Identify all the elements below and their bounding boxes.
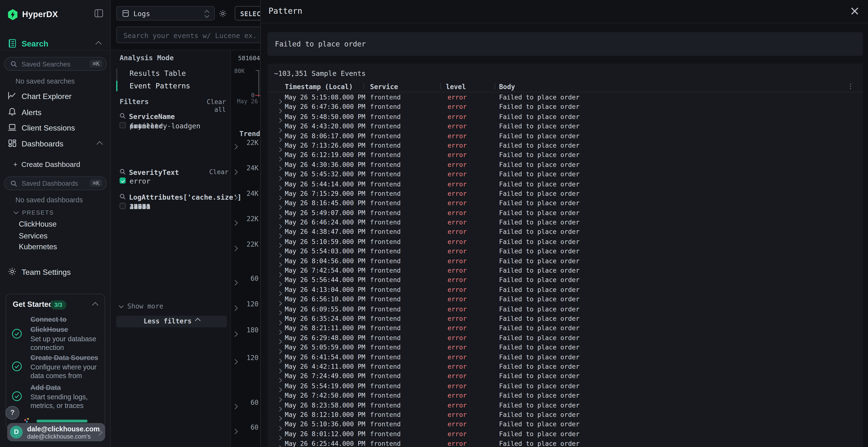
event-row[interactable]: May 26 4:13:04.000 PM frontend error Fai… xyxy=(267,285,863,294)
preset-kubernetes[interactable]: Kubernetes xyxy=(19,243,57,251)
event-row[interactable]: May 26 8:21:11.000 PM frontend error Fai… xyxy=(267,323,863,333)
sidebar-item-alerts[interactable]: Alerts xyxy=(0,107,111,120)
checkbox[interactable] xyxy=(120,177,126,183)
search-icon xyxy=(120,113,126,119)
filter-group-cache-size[interactable]: LogAttributes['cache.size'] xyxy=(120,193,225,201)
collapse-sidebar-icon[interactable] xyxy=(95,9,103,17)
less-filters-button[interactable]: Less filters xyxy=(116,316,227,327)
col-body[interactable]: Body xyxy=(499,83,515,91)
source-select[interactable]: Logs xyxy=(116,6,215,21)
event-row[interactable]: May 26 5:44:14.000 PM frontend error Fai… xyxy=(267,179,863,188)
event-row[interactable]: May 26 6:29:48.000 PM frontend error Fai… xyxy=(267,333,863,342)
help-button[interactable]: ? xyxy=(5,406,19,419)
event-row[interactable]: May 26 4:38:47.000 PM frontend error Fai… xyxy=(267,227,863,237)
sidebar-item-search[interactable]: Search xyxy=(0,38,111,51)
event-row[interactable]: May 26 5:15:08.000 PM frontend error Fai… xyxy=(267,92,863,102)
event-row[interactable]: May 26 8:16:45.000 PM frontend error Fai… xyxy=(267,198,863,208)
event-row[interactable]: May 26 6:41:54.000 PM frontend error Fai… xyxy=(267,352,863,362)
preset-services[interactable]: Services xyxy=(19,232,48,240)
close-icon[interactable] xyxy=(851,7,859,15)
get-started-step-sources[interactable]: Create Data Sources Configure where your… xyxy=(11,352,100,379)
sidebar-item-client-sessions[interactable]: Client Sessions xyxy=(0,122,111,135)
event-row[interactable]: May 26 7:24:49.000 PM frontend error Fai… xyxy=(267,371,863,381)
event-row[interactable]: May 26 4:30:36.000 PM frontend error Fai… xyxy=(267,160,863,169)
saved-dashboards-input[interactable]: Saved Dashboards ⌘K xyxy=(4,176,107,190)
col-level[interactable]: level xyxy=(446,83,466,91)
chevron-right-icon[interactable] xyxy=(233,166,237,176)
filter-group-severitytext[interactable]: SeverityText xyxy=(120,168,225,176)
event-row[interactable]: May 26 8:04:56.000 PM frontend error Fai… xyxy=(267,256,863,265)
filter-option[interactable]: error xyxy=(120,176,225,186)
col-service[interactable]: Service xyxy=(370,83,398,91)
get-started-step-connect[interactable]: Connect to ClickHouse Set up your databa… xyxy=(11,314,100,348)
event-row[interactable]: May 26 6:35:24.000 PM frontend error Fai… xyxy=(267,314,863,323)
table-options-kebab-icon[interactable]: ⋮ xyxy=(847,82,854,90)
histogram-bar-edge xyxy=(256,70,259,98)
mode-results-table[interactable]: Results Table xyxy=(116,67,227,80)
user-account-chip[interactable]: D dale@clickhouse.com dale@clickhouse.co… xyxy=(7,423,105,441)
chevron-right-icon[interactable] xyxy=(233,302,237,312)
event-row[interactable]: May 26 7:42:54.000 PM frontend error Fai… xyxy=(267,265,863,275)
checkbox[interactable] xyxy=(120,122,126,128)
event-row[interactable]: May 26 5:10:59.000 PM frontend error Fai… xyxy=(267,237,863,246)
filter-option[interactable]: 4894 xyxy=(120,202,225,212)
event-row[interactable]: May 26 8:01:12.000 PM frontend error Fai… xyxy=(267,429,863,439)
chevron-down-icon xyxy=(14,209,18,214)
event-row[interactable]: May 26 7:13:26.000 PM frontend error Fai… xyxy=(267,140,863,150)
sidebar-item-team-settings[interactable]: Team Settings xyxy=(0,267,111,280)
event-row[interactable]: May 26 5:54:19.000 PM frontend error Fai… xyxy=(267,381,863,390)
event-row[interactable]: May 26 5:49:07.000 PM frontend error Fai… xyxy=(267,208,863,217)
chevron-right-icon[interactable] xyxy=(233,328,237,338)
event-row[interactable]: May 26 6:09:55.000 PM frontend error Fai… xyxy=(267,304,863,314)
event-row[interactable]: May 26 5:05:59.000 PM frontend error Fai… xyxy=(267,342,863,352)
event-row[interactable]: May 26 6:46:24.000 PM frontend error Fai… xyxy=(267,217,863,227)
event-row[interactable]: May 26 5:48:50.000 PM frontend error Fai… xyxy=(267,111,863,121)
clear-severity-link[interactable]: Clear xyxy=(209,168,226,176)
event-row[interactable]: May 26 6:47:36.000 PM frontend error Fai… xyxy=(267,102,863,111)
chevron-right-icon[interactable] xyxy=(233,425,237,435)
col-timestamp[interactable]: Timestamp (Local) xyxy=(285,83,353,91)
presets-toggle[interactable]: PRESETS xyxy=(14,209,54,216)
column-resize-handle[interactable]: ⋮ xyxy=(361,82,367,90)
analysis-mode-label: Analysis Mode xyxy=(120,54,174,62)
event-row[interactable]: May 26 7:42:50.000 PM frontend error Fai… xyxy=(267,390,863,400)
create-dashboard-button[interactable]: +Create Dashboard xyxy=(13,161,80,169)
get-started-step-add-data[interactable]: Add Data Start sending logs, metrics, or… xyxy=(11,382,100,409)
chevron-right-icon[interactable] xyxy=(233,140,237,150)
chevron-right-icon[interactable] xyxy=(233,400,237,410)
event-row[interactable]: May 26 5:45:32.000 PM frontend error Fai… xyxy=(267,169,863,179)
source-settings-gear-icon[interactable] xyxy=(219,9,227,18)
chevron-right-icon[interactable] xyxy=(233,276,237,286)
event-row[interactable]: May 26 4:42:11.000 PM frontend error Fai… xyxy=(267,362,863,371)
event-row[interactable]: May 26 5:56:44.000 PM frontend error Fai… xyxy=(267,275,863,285)
chevron-right-icon[interactable] xyxy=(233,217,237,227)
event-row[interactable]: May 26 8:23:58.000 PM frontend error Fai… xyxy=(267,400,863,410)
search-icon xyxy=(10,61,18,68)
sidebar-item-dashboards[interactable]: Dashboards xyxy=(0,138,111,151)
saved-searches-input[interactable]: Saved Searches ⌘K xyxy=(4,57,107,71)
event-row[interactable]: May 26 4:43:20.000 PM frontend error Fai… xyxy=(267,121,863,131)
event-row[interactable]: May 26 6:56:10.000 PM frontend error Fai… xyxy=(267,294,863,304)
chevron-right-icon[interactable] xyxy=(233,242,237,252)
event-row[interactable]: May 26 6:12:19.000 PM frontend error Fai… xyxy=(267,150,863,160)
filter-group-servicename[interactable]: ServiceName xyxy=(120,112,225,120)
event-row[interactable]: May 26 5:54:03.000 PM frontend error Fai… xyxy=(267,246,863,256)
event-row[interactable]: May 26 6:25:44.000 PM frontend error Fai… xyxy=(267,439,863,447)
chevron-right-icon[interactable] xyxy=(278,442,281,447)
checkbox[interactable] xyxy=(120,203,126,209)
chevron-right-icon[interactable] xyxy=(233,191,237,201)
event-row[interactable]: May 26 5:10:36.000 PM frontend error Fai… xyxy=(267,419,863,429)
clear-all-link[interactable]: Clear all xyxy=(203,98,226,113)
column-resize-handle[interactable]: ⋮ xyxy=(438,82,444,90)
event-row[interactable]: May 26 7:15:29.000 PM frontend error Fai… xyxy=(267,188,863,198)
chevron-up-icon[interactable] xyxy=(92,302,98,308)
preset-clickhouse[interactable]: ClickHouse xyxy=(19,220,57,228)
show-more-link[interactable]: Show more xyxy=(120,303,163,310)
mode-event-patterns[interactable]: Event Patterns xyxy=(116,80,227,93)
sidebar-item-chart-explorer[interactable]: Chart Explorer xyxy=(0,91,111,104)
chevron-right-icon[interactable] xyxy=(233,355,237,365)
event-row[interactable]: May 26 8:06:17.000 PM frontend error Fai… xyxy=(267,131,863,140)
column-resize-handle[interactable]: ⋮ xyxy=(492,82,498,90)
filter-option[interactable]: payment xyxy=(120,121,225,131)
event-row[interactable]: May 26 8:12:10.000 PM frontend error Fai… xyxy=(267,410,863,419)
